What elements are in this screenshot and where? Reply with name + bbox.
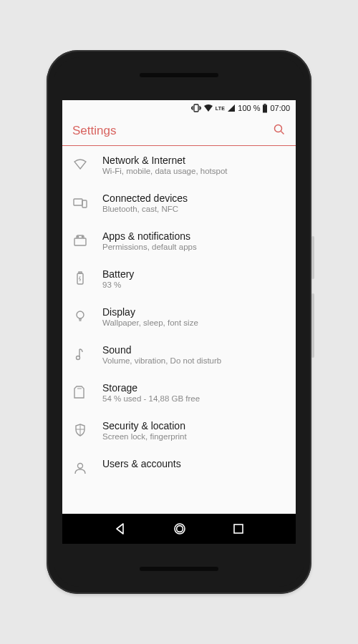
item-title: Security & location (102, 420, 286, 431)
devices-icon (72, 195, 88, 210)
item-title: Storage (102, 382, 286, 394)
settings-item-storage[interactable]: Storage 54 % used - 14,88 GB free (62, 374, 296, 411)
page-title: Settings (72, 124, 116, 138)
app-bar: Settings (62, 116, 296, 146)
svg-rect-1 (263, 104, 267, 112)
sd-card-icon (72, 384, 88, 400)
svg-point-3 (275, 125, 282, 132)
item-subtitle: 93 % (102, 280, 286, 289)
settings-item-connected-devices[interactable]: Connected devices Bluetooth, cast, NFC (62, 184, 296, 222)
phone-side-button (311, 293, 314, 358)
item-title: Apps & notifications (102, 230, 286, 242)
item-title: Sound (102, 344, 286, 356)
settings-list: Network & Internet Wi-Fi, mobile, data u… (62, 146, 296, 514)
item-title: Battery (102, 268, 286, 280)
item-subtitle: Volume, vibration, Do not disturb (102, 356, 286, 365)
svg-point-9 (82, 236, 82, 237)
settings-item-security[interactable]: Security & location Screen lock, fingerp… (62, 411, 296, 449)
shield-icon (72, 422, 88, 438)
wifi-icon (203, 104, 213, 112)
status-bar: LTE 100 % 07:00 (62, 100, 296, 116)
svg-point-16 (177, 526, 183, 532)
item-subtitle: Bluetooth, cast, NFC (102, 205, 286, 213)
settings-item-sound[interactable]: Sound Volume, vibration, Do not disturb (62, 336, 296, 374)
bulb-icon (72, 308, 88, 324)
svg-rect-0 (194, 104, 198, 112)
wifi-outline-icon (72, 157, 88, 172)
item-title: Connected devices (102, 192, 286, 204)
nav-recent-button[interactable] (233, 523, 244, 535)
svg-rect-6 (82, 200, 87, 208)
phone-body: LTE 100 % 07:00 Settings (54, 57, 304, 587)
battery-percent: 100 % (238, 104, 260, 112)
svg-rect-7 (74, 238, 86, 245)
svg-point-12 (77, 311, 84, 318)
svg-rect-11 (79, 272, 82, 273)
item-title: Users & accounts (102, 458, 286, 469)
svg-point-8 (77, 236, 78, 237)
signal-icon (227, 104, 236, 112)
item-subtitle: Wallpaper, sleep, font size (102, 318, 286, 327)
svg-rect-17 (234, 525, 243, 533)
nav-home-button[interactable] (173, 522, 187, 536)
svg-rect-5 (74, 199, 82, 205)
navigation-bar (62, 514, 296, 544)
phone-speaker (140, 73, 218, 77)
settings-item-network[interactable]: Network & Internet Wi-Fi, mobile, data u… (62, 146, 296, 184)
phone-speaker (140, 567, 218, 571)
settings-item-display[interactable]: Display Wallpaper, sleep, font size (62, 298, 296, 336)
svg-point-13 (77, 356, 80, 360)
settings-item-apps[interactable]: Apps & notifications Permissions, defaul… (62, 222, 296, 260)
item-subtitle: Wi-Fi, mobile, data usage, hotspot (102, 167, 286, 175)
settings-item-battery[interactable]: Battery 93 % (62, 260, 296, 298)
lte-label: LTE (216, 106, 226, 111)
battery-outline-icon (72, 270, 88, 286)
music-note-icon (72, 346, 88, 362)
phone-side-button (311, 236, 314, 279)
item-subtitle: Screen lock, fingerprint (102, 432, 286, 441)
battery-icon (262, 104, 268, 113)
search-icon[interactable] (273, 123, 286, 139)
item-title: Display (102, 306, 286, 318)
apps-icon (72, 233, 88, 248)
item-subtitle: Permissions, default apps (102, 243, 286, 251)
svg-rect-2 (264, 104, 266, 105)
clock: 07:00 (270, 104, 290, 112)
screen: LTE 100 % 07:00 Settings (62, 100, 296, 544)
svg-line-4 (281, 131, 284, 134)
svg-point-14 (78, 464, 83, 469)
phone-frame: LTE 100 % 07:00 Settings (47, 50, 311, 594)
settings-item-users[interactable]: Users & accounts (62, 449, 296, 476)
item-title: Network & Internet (102, 155, 286, 166)
item-subtitle: 54 % used - 14,88 GB free (102, 394, 286, 403)
user-icon (72, 460, 88, 476)
vibrate-icon (191, 104, 201, 112)
nav-back-button[interactable] (114, 522, 127, 535)
